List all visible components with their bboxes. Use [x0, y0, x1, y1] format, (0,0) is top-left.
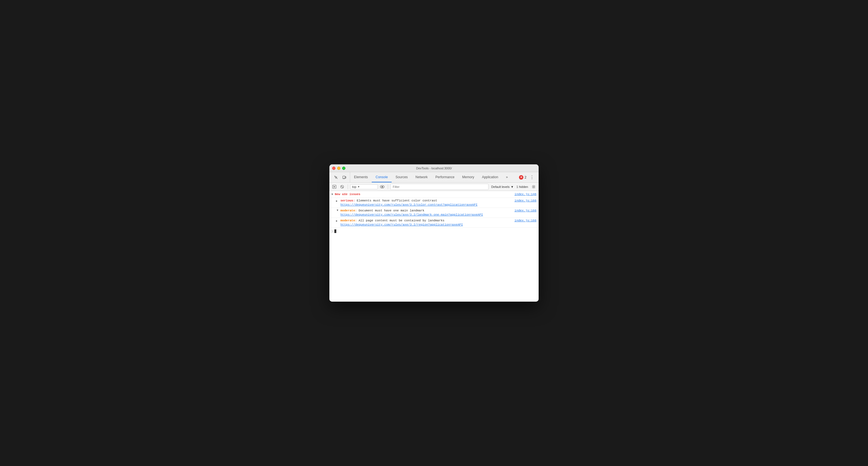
tab-elements[interactable]: Elements [350, 172, 372, 182]
input-prompt-icon: 〉 [332, 230, 333, 233]
levels-arrow: ▼ [511, 185, 514, 188]
tab-application[interactable]: Application [478, 172, 502, 182]
severity-label-serious: serious: [340, 199, 355, 202]
issue-url-moderate-1[interactable]: https://dequeuniversity.com/rules/axe/3.… [340, 213, 536, 216]
list-item: ▶ moderate: Document must have one main … [330, 208, 538, 218]
issue-text-moderate-2: All page content must be contained by la… [359, 219, 513, 222]
issue-url-moderate-2[interactable]: https://dequeuniversity.com/rules/axe/3.… [340, 223, 536, 226]
clear-console-button[interactable] [339, 183, 345, 190]
issue-expand-moderate-2[interactable]: ▶ [336, 219, 339, 222]
console-content: ▶ New aXe issues index.js:146 ▶ serious:… [330, 191, 538, 302]
titlebar: DevTools - localhost:3000/ [330, 164, 538, 172]
group-expand-arrow: ▶ [331, 193, 334, 195]
context-value: top [352, 185, 356, 188]
filter-input[interactable] [390, 184, 489, 190]
input-cursor[interactable] [334, 229, 336, 233]
group-title: New aXe issues [335, 193, 360, 196]
tab-console[interactable]: Console [372, 172, 392, 182]
issue-text-serious: Elements must have sufficient color cont… [357, 199, 513, 202]
issue-expand-moderate-1[interactable]: ▶ [336, 210, 339, 213]
tab-right-section: ✕ 2 ⋮ [517, 172, 537, 182]
svg-line-7 [341, 186, 343, 188]
minimize-button[interactable] [337, 166, 340, 170]
context-select-arrow: ▼ [357, 185, 360, 188]
severity-label-moderate-2: moderate: [340, 219, 357, 222]
console-input-line: 〉 [330, 228, 538, 235]
svg-line-0 [336, 178, 337, 179]
traffic-lights [332, 166, 345, 170]
close-button[interactable] [332, 166, 336, 170]
run-snippet-button[interactable] [331, 183, 338, 190]
levels-label: Default levels [491, 185, 509, 188]
issue-text-moderate-1: Document must have one main landmark [359, 209, 513, 212]
list-item: ▶ serious: Elements must have sufficient… [330, 198, 538, 208]
maximize-button[interactable] [342, 166, 345, 170]
more-options-button[interactable]: ⋮ [529, 175, 535, 180]
separator-1 [348, 184, 348, 189]
group-source-link[interactable]: index.js:146 [515, 193, 536, 196]
tabbar: Elements Console Sources Network Perform… [330, 172, 538, 183]
devtools-window: DevTools - localhost:3000/ Elements [330, 164, 538, 302]
tab-performance[interactable]: Performance [432, 172, 458, 182]
tab-sources[interactable]: Sources [392, 172, 411, 182]
console-toolbar: top ▼ Default levels ▼ 1 hidden [330, 183, 538, 191]
issue-source-serious[interactable]: index.js:166 [515, 199, 536, 202]
eye-button[interactable] [379, 183, 385, 190]
error-icon: ✕ [519, 175, 523, 180]
tab-more[interactable]: » [502, 172, 512, 182]
issue-source-moderate-2[interactable]: index.js:166 [515, 219, 536, 222]
issue-source-moderate-1[interactable]: index.js:166 [515, 209, 536, 212]
error-count: 2 [525, 176, 526, 179]
window-title: DevTools - localhost:3000/ [416, 166, 452, 170]
hidden-count: 1 hidden [517, 185, 528, 188]
issue-url-serious[interactable]: https://dequeuniversity.com/rules/axe/3.… [340, 203, 536, 207]
svg-rect-2 [345, 177, 346, 178]
settings-button[interactable] [530, 183, 537, 190]
levels-dropdown[interactable]: Default levels ▼ [490, 185, 516, 189]
tab-memory[interactable]: Memory [458, 172, 478, 182]
svg-marker-5 [334, 186, 335, 188]
issue-line-moderate-2: ▶ moderate: All page content must be con… [336, 219, 536, 222]
context-select[interactable]: top ▼ [350, 184, 378, 189]
svg-point-9 [382, 186, 383, 187]
issue-expand-serious[interactable]: ▶ [336, 199, 339, 203]
issue-group-header[interactable]: ▶ New aXe issues index.js:146 [330, 191, 538, 198]
issue-line-serious: ▶ serious: Elements must have sufficient… [336, 199, 536, 203]
severity-label-moderate-1: moderate: [340, 209, 357, 212]
separator-2 [388, 184, 388, 189]
device-toolbar-button[interactable] [340, 174, 348, 181]
tab-network[interactable]: Network [411, 172, 432, 182]
issue-line-moderate-1: ▶ moderate: Document must have one main … [336, 209, 536, 213]
tabs: Elements Console Sources Network Perform… [350, 172, 517, 182]
error-badge[interactable]: ✕ 2 [519, 175, 526, 180]
list-item: ▶ moderate: All page content must be con… [330, 218, 538, 228]
tab-icon-group [331, 172, 350, 182]
svg-point-10 [533, 186, 534, 187]
inspect-element-button[interactable] [332, 174, 340, 181]
